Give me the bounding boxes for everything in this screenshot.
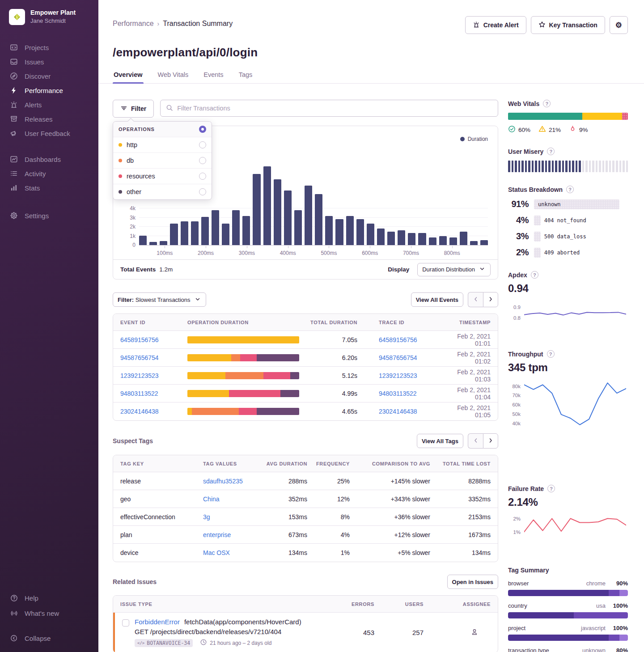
filter-option-other[interactable]: other	[113, 184, 212, 199]
misery-tick	[552, 161, 554, 172]
sidebar-item-issues[interactable]: Issues	[0, 55, 98, 69]
event-id-link[interactable]: 23024146438	[120, 408, 187, 415]
failure-rate-sparkline: 2%1%	[508, 514, 628, 535]
filter-option-db[interactable]: db	[113, 152, 212, 168]
help-icon[interactable]: ?	[531, 271, 538, 279]
breadcrumb-separator-icon: ›	[157, 20, 160, 27]
tab-web-vitals[interactable]: Web Vitals	[157, 71, 190, 84]
sidebar-item-alerts[interactable]: Alerts	[0, 97, 98, 112]
tab-tags[interactable]: Tags	[238, 71, 254, 84]
table-row: 230241464384.65s23024146438Feb 2, 2021 0…	[113, 402, 498, 420]
display-select[interactable]: Duration Distribution	[417, 263, 491, 276]
tab-overview[interactable]: Overview	[113, 71, 144, 84]
tag-value-link[interactable]: China	[203, 495, 220, 503]
event-id-link[interactable]: 12392123523	[120, 372, 187, 379]
trace-id-link[interactable]: 94803113522	[379, 390, 417, 397]
status-percentage: 4%	[508, 215, 529, 225]
sidebar-item-what-s-new[interactable]: What's new	[0, 605, 98, 621]
http-span-segment	[187, 408, 192, 415]
open-in-issues-button[interactable]: Open in Issues	[447, 575, 498, 589]
filter-option-radio[interactable]	[199, 188, 206, 195]
sidebar-item-discover[interactable]: Discover	[0, 69, 98, 83]
assignee-avatar-icon[interactable]	[471, 628, 478, 637]
event-id-link[interactable]: 64589156756	[120, 336, 187, 343]
sidebar-item-label: User Feedback	[25, 130, 70, 137]
total-duration-value: 6.20s	[305, 354, 357, 361]
filter-button[interactable]: Filter	[113, 100, 154, 118]
tag-value-link[interactable]: sdaufhu35235	[203, 478, 243, 485]
event-id-link[interactable]: 94587656754	[120, 354, 187, 361]
view-all-events-button[interactable]: View All Events	[411, 292, 463, 307]
dropdown-header-operations[interactable]: OPERATIONS	[113, 122, 212, 137]
filter-option-radio[interactable]	[199, 173, 206, 180]
key-transaction-button[interactable]: Key Transaction	[531, 16, 605, 34]
other-color-dot	[119, 190, 122, 194]
search-input[interactable]	[177, 105, 492, 112]
previous-page-button[interactable]	[468, 292, 483, 307]
breadcrumb-performance[interactable]: Performance	[113, 20, 154, 28]
comparison-value: +12% slower	[350, 531, 430, 538]
sidebar-item-projects[interactable]: Projects	[0, 40, 98, 55]
sidebar-item-stats[interactable]: Stats	[0, 181, 98, 195]
filter-option-http[interactable]: http	[113, 137, 212, 152]
status-percentage: 3%	[508, 231, 529, 241]
misery-tick	[538, 161, 541, 172]
misery-tick	[619, 161, 622, 172]
org-switcher[interactable]: Empower Plant Jane Schmidt	[0, 0, 98, 25]
y-axis-label: 60k	[508, 402, 521, 407]
filter-option-radio[interactable]	[199, 141, 206, 148]
filter-option-radio[interactable]	[199, 157, 206, 164]
filter-option-resources[interactable]: resources	[113, 168, 212, 184]
tag-value-link[interactable]: Mac OSX	[203, 549, 230, 556]
total-time-lost-value: 8288ms	[430, 478, 491, 485]
sidebar-item-user-feedback[interactable]: User Feedback	[0, 126, 98, 140]
x-axis-tick	[288, 246, 288, 248]
help-icon[interactable]: ?	[543, 100, 551, 107]
chart-footer: Total Events 1.2m Display Duration Distr…	[113, 259, 498, 279]
sidebar-item-settings[interactable]: Settings	[0, 208, 98, 223]
sidebar-nav: ProjectsIssuesDiscoverPerformanceAlertsR…	[0, 40, 98, 223]
create-alert-button[interactable]: Create Alert	[465, 16, 526, 34]
display-label: Display	[388, 266, 409, 273]
histogram-bar	[149, 242, 157, 245]
trace-id-link[interactable]: 23024146438	[379, 408, 417, 415]
trace-id-link[interactable]: 12392123523	[379, 372, 417, 379]
next-page-button[interactable]	[483, 433, 498, 449]
sidebar-item-performance[interactable]: Performance	[0, 83, 98, 97]
resources-span-segment	[229, 390, 280, 397]
y-axis-label: 50k	[508, 411, 521, 417]
sidebar-item-dashboards[interactable]: Dashboards	[0, 152, 98, 166]
tag-value-link[interactable]: 3g	[203, 513, 210, 521]
view-all-tags-button[interactable]: View All Tags	[417, 434, 463, 448]
event-id-link[interactable]: 94803113522	[120, 390, 187, 397]
issue-age: 21 hours ago – 2 days old	[210, 640, 271, 646]
previous-page-button[interactable]	[468, 433, 483, 449]
next-page-button[interactable]	[483, 292, 498, 307]
suspect-tags-header: Suspect Tags View All Tags	[113, 433, 498, 449]
web-vitals-percentage: 60%	[518, 127, 530, 133]
tab-events[interactable]: Events	[203, 71, 224, 84]
issue-type-link[interactable]: ForbiddenError	[135, 618, 180, 626]
y-axis-label: 0.9	[508, 305, 521, 310]
trace-id-link[interactable]: 64589156756	[379, 336, 417, 343]
trace-id-link[interactable]: 94587656754	[379, 354, 417, 361]
transaction-filter-select[interactable]: Filter: Slowest Transactions	[113, 292, 206, 307]
operations-radio-selected[interactable]	[199, 126, 206, 133]
status-row: 4%404 not_found	[508, 215, 628, 225]
sidebar-item-releases[interactable]: Releases	[0, 112, 98, 126]
tag-summary-labels: projectjavascript100%	[508, 625, 628, 631]
help-icon[interactable]: ?	[566, 186, 574, 193]
settings-gear-button[interactable]: ⚙	[610, 16, 628, 34]
issue-checkbox[interactable]	[122, 619, 129, 627]
operation-duration-bar	[187, 390, 299, 397]
help-icon[interactable]: ?	[547, 148, 555, 155]
sidebar-item-collapse[interactable]: Collapse	[0, 631, 98, 646]
sidebar-item-activity[interactable]: Activity	[0, 166, 98, 181]
trace-id-cell: 12392123523	[379, 372, 446, 379]
y-axis-label: 0	[121, 242, 136, 248]
help-icon[interactable]: ?	[547, 485, 555, 492]
help-icon[interactable]: ?	[547, 350, 555, 358]
tag-value-link[interactable]: enterprise	[203, 531, 231, 538]
tag-key-value: device	[120, 549, 203, 556]
sidebar-item-help[interactable]: Help	[0, 590, 98, 605]
